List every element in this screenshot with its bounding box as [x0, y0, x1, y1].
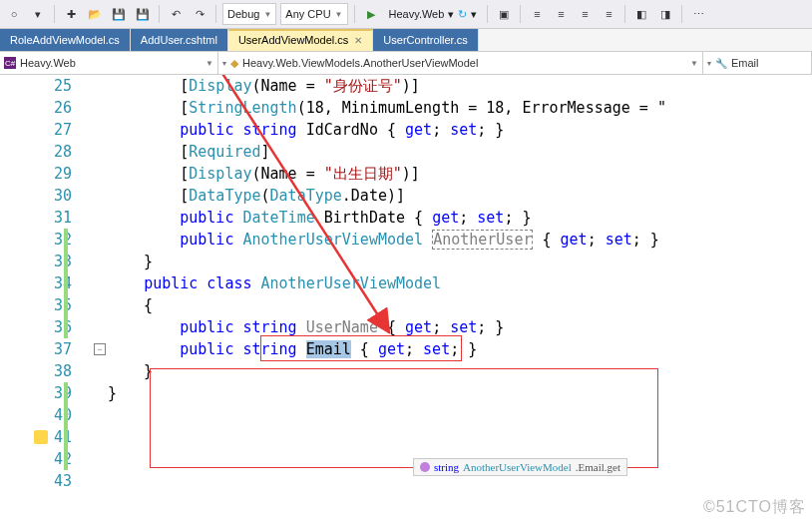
code-line[interactable]: public string IdCardNo { get; set; } [108, 119, 812, 141]
code-line[interactable]: public class AnotherUserViewModel [108, 272, 812, 294]
indent-icon[interactable]: ≡ [527, 4, 547, 24]
line-number: 33 [0, 251, 72, 272]
tab-adduser[interactable]: AddUser.cshtml [131, 29, 228, 51]
code-line[interactable]: } [108, 360, 812, 382]
code-line[interactable]: public string UserName { get; set; } [108, 316, 812, 338]
open-icon[interactable]: 📂 [85, 4, 105, 24]
platform-select[interactable]: Any CPU▼ [280, 3, 347, 25]
start-project-label: Heavy.Web [389, 8, 445, 20]
line-number: 29 [0, 163, 72, 185]
wrench-icon: 🔧 [715, 58, 727, 69]
tab-label: UserController.cs [383, 34, 467, 46]
step-icon[interactable]: ▣ [494, 4, 514, 24]
chevron-down-icon: ▾ [222, 59, 226, 68]
chevron-down-icon: ▼ [690, 59, 698, 68]
tab-usercontroller[interactable]: UserController.cs [373, 29, 478, 51]
more-icon[interactable]: ⋯ [688, 4, 708, 24]
code-line[interactable]: [DataType(DataType.Date)] [108, 185, 812, 207]
line-number-gutter: 25262728293031323334353637383940414243 [0, 75, 94, 522]
chevron-down-icon: ▾ [707, 59, 711, 68]
line-number: 28 [0, 141, 72, 163]
collapse-icon[interactable]: − [94, 343, 106, 355]
line-number: 36 [0, 316, 72, 338]
change-marker [64, 229, 68, 338]
line-number: 35 [0, 294, 72, 316]
line-number: 37 [0, 338, 72, 360]
line-number: 26 [0, 97, 72, 119]
code-nav-bar: C# Heavy.Web ▼ ▾ ◆ Heavy.Web.ViewModels.… [0, 52, 812, 75]
scope-dropdown[interactable]: ▾ ◆ Heavy.Web.ViewModels.AnotherUserView… [218, 52, 703, 74]
intellisense-tooltip: string AnotherUserViewModel.Email.get [413, 458, 627, 476]
platform-label: Any CPU [285, 8, 330, 20]
close-icon[interactable]: ✕ [354, 35, 362, 46]
line-number: 43 [0, 470, 72, 492]
back-icon[interactable]: ○ [4, 4, 24, 24]
undo-icon[interactable]: ↶ [166, 4, 186, 24]
member-dropdown[interactable]: ▾ 🔧 Email [703, 52, 812, 74]
tooltip-type: AnotherUserViewModel [463, 461, 572, 473]
forward-icon[interactable]: ▾ [28, 4, 48, 24]
line-number: 42 [0, 448, 72, 470]
line-number: 31 [0, 207, 72, 229]
tab-label: RoleAddViewModel.cs [10, 34, 120, 46]
configuration-label: Debug [227, 8, 259, 20]
main-toolbar: ○ ▾ ✚ 📂 💾 💾 ↶ ↷ Debug▼ Any CPU▼ ▶ Heavy.… [0, 0, 812, 29]
configuration-select[interactable]: Debug▼ [222, 3, 276, 25]
code-line[interactable]: public DateTime BirthDate { get; set; } [108, 207, 812, 229]
tooltip-suffix: .Email.get [576, 461, 620, 473]
change-marker [64, 382, 68, 470]
project-label: Heavy.Web [20, 57, 76, 69]
chevron-down-icon: ▼ [205, 59, 213, 68]
uncomment-icon[interactable]: ≡ [599, 4, 618, 24]
save-icon[interactable]: 💾 [109, 4, 129, 24]
next-icon[interactable]: ◨ [655, 4, 675, 24]
code-line[interactable]: public string Email { get; set; } [108, 338, 812, 360]
project-dropdown[interactable]: C# Heavy.Web ▼ [0, 52, 218, 74]
svg-text:C#: C# [5, 59, 16, 68]
line-number: 39 [0, 382, 72, 404]
lightbulb-icon[interactable] [34, 430, 48, 444]
tab-useraddviewmodel[interactable]: UserAddViewModel.cs✕ [228, 29, 373, 51]
code-line[interactable]: { [108, 294, 812, 316]
scope-label: Heavy.Web.ViewModels.AnotherUserViewMode… [242, 57, 478, 69]
document-tabs: RoleAddViewModel.cs AddUser.cshtml UserA… [0, 29, 812, 52]
new-icon[interactable]: ✚ [61, 4, 81, 24]
csharp-project-icon: C# [4, 57, 16, 69]
chevron-down-icon: ▼ [335, 10, 343, 19]
comment-icon[interactable]: ≡ [575, 4, 595, 24]
code-line[interactable]: [Display(Name = "出生日期")] [108, 163, 812, 185]
outdent-icon[interactable]: ≡ [551, 4, 571, 24]
line-number: 27 [0, 119, 72, 141]
watermark: ©51CTO博客 [703, 497, 806, 518]
code-editor[interactable]: 25262728293031323334353637383940414243 −… [0, 75, 812, 522]
tab-roleaddviewmodel[interactable]: RoleAddViewModel.cs [0, 29, 131, 51]
code-line[interactable]: [Required] [108, 141, 812, 163]
code-line[interactable]: public AnotherUserViewModel AnotherUser … [108, 229, 812, 251]
line-number: 32 [0, 229, 72, 251]
line-number: 25 [0, 75, 72, 97]
tooltip-prefix: string [434, 461, 459, 473]
property-icon [420, 462, 430, 472]
class-icon: ◆ [230, 57, 238, 70]
code-line[interactable]: } [108, 251, 812, 272]
redo-icon[interactable]: ↷ [190, 4, 209, 24]
tab-label: AddUser.cshtml [141, 34, 217, 46]
outline-margin: − [94, 75, 108, 522]
line-number: 40 [0, 404, 72, 426]
member-label: Email [731, 57, 759, 69]
code-line[interactable]: [StringLength(18, MinimumLength = 18, Er… [108, 97, 812, 119]
code-line[interactable]: } [108, 382, 812, 404]
code-line[interactable]: [Display(Name = "身份证号")] [108, 75, 812, 97]
start-debug-button[interactable]: ▶ [361, 4, 381, 24]
chevron-down-icon: ▼ [263, 10, 271, 19]
line-number: 38 [0, 360, 72, 382]
save-all-icon[interactable]: 💾 [133, 4, 153, 24]
bookmark-icon[interactable]: ◧ [631, 4, 651, 24]
code-area[interactable]: [Display(Name = "身份证号")] [StringLength(1… [108, 75, 812, 522]
start-project-select[interactable]: Heavy.Web ▾ ↻ ▾ [385, 4, 482, 24]
line-number: 30 [0, 185, 72, 207]
line-number: 34 [0, 272, 72, 294]
tab-label: UserAddViewModel.cs [238, 34, 348, 46]
